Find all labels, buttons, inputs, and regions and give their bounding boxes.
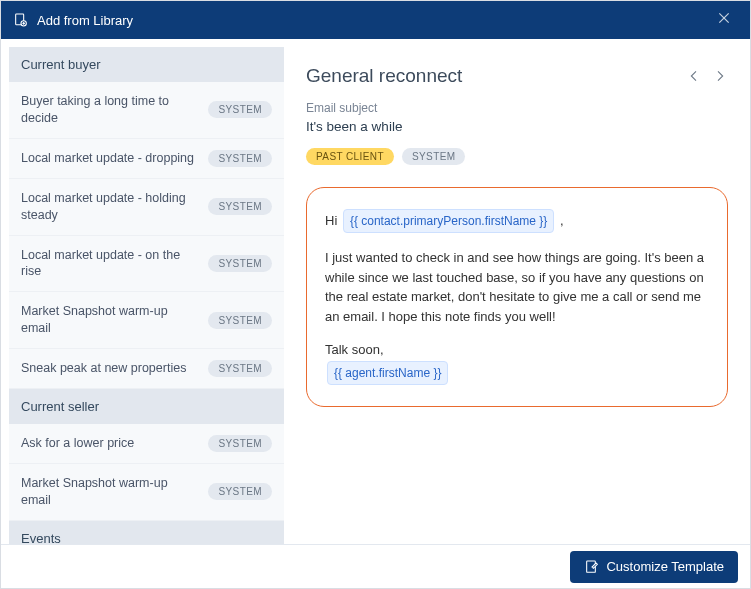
section-header[interactable]: Events xyxy=(9,521,284,544)
close-icon xyxy=(716,10,732,26)
subject-value: It's been a while xyxy=(306,119,728,134)
detail-title: General reconnect xyxy=(306,65,462,87)
list-item[interactable]: Buyer taking a long time to decideSYSTEM xyxy=(9,82,284,139)
list-item-label: Local market update - holding steady xyxy=(21,190,200,224)
system-badge: SYSTEM xyxy=(208,435,272,452)
list-item[interactable]: Local market update - droppingSYSTEM xyxy=(9,139,284,179)
system-badge: SYSTEM xyxy=(208,360,272,377)
list-item[interactable]: Ask for a lower priceSYSTEM xyxy=(9,424,284,464)
system-badge: SYSTEM xyxy=(208,101,272,118)
tag-badge: PAST CLIENT xyxy=(306,148,394,165)
list-item-label: Local market update - on the rise xyxy=(21,247,200,281)
customize-label: Customize Template xyxy=(606,559,724,574)
list-item[interactable]: Local market update - on the riseSYSTEM xyxy=(9,236,284,293)
list-item-label: Market Snapshot warm-up email xyxy=(21,303,200,337)
email-greeting: Hi {{ contact.primaryPerson.firstName }}… xyxy=(325,208,709,234)
detail-tags: PAST CLIENTSYSTEM xyxy=(306,148,728,165)
modal-body: Current buyerBuyer taking a long time to… xyxy=(1,39,750,544)
list-item-label: Buyer taking a long time to decide xyxy=(21,93,200,127)
list-item[interactable]: Local market update - holding steadySYST… xyxy=(9,179,284,236)
system-badge: SYSTEM xyxy=(208,255,272,272)
system-badge: SYSTEM xyxy=(208,198,272,215)
modal-header: Add from Library xyxy=(1,1,750,39)
subject-label: Email subject xyxy=(306,101,728,115)
merge-token-contact-first-name: {{ contact.primaryPerson.firstName }} xyxy=(343,209,554,233)
list-item[interactable]: Market Snapshot warm-up emailSYSTEM xyxy=(9,464,284,521)
section-header[interactable]: Current buyer xyxy=(9,47,284,82)
system-badge: SYSTEM xyxy=(208,483,272,500)
list-item-label: Local market update - dropping xyxy=(21,150,194,167)
template-detail: General reconnect Email subject It's bee… xyxy=(284,47,750,544)
system-badge: SYSTEM xyxy=(208,150,272,167)
modal-title: Add from Library xyxy=(37,13,133,28)
email-paragraph: I just wanted to check in and see how th… xyxy=(325,248,709,326)
prev-arrow-icon[interactable] xyxy=(686,68,702,84)
email-signoff: Talk soon, {{ agent.firstName }} xyxy=(325,340,709,386)
section-header[interactable]: Current seller xyxy=(9,389,284,424)
customize-icon xyxy=(584,559,600,575)
customize-template-button[interactable]: Customize Template xyxy=(570,551,738,583)
next-arrow-icon[interactable] xyxy=(712,68,728,84)
list-item[interactable]: Market Snapshot warm-up emailSYSTEM xyxy=(9,292,284,349)
library-modal: Add from Library Current buyerBuyer taki… xyxy=(0,0,751,589)
close-button[interactable] xyxy=(710,6,738,35)
email-preview: Hi {{ contact.primaryPerson.firstName }}… xyxy=(306,187,728,407)
modal-footer: Customize Template xyxy=(1,544,750,588)
library-icon xyxy=(13,12,29,28)
list-item[interactable]: Sneak peak at new propertiesSYSTEM xyxy=(9,349,284,389)
template-sidebar: Current buyerBuyer taking a long time to… xyxy=(9,47,284,544)
list-item-label: Market Snapshot warm-up email xyxy=(21,475,200,509)
list-item-label: Ask for a lower price xyxy=(21,435,134,452)
list-item-label: Sneak peak at new properties xyxy=(21,360,186,377)
system-badge: SYSTEM xyxy=(208,312,272,329)
tag-badge: SYSTEM xyxy=(402,148,466,165)
merge-token-agent-first-name: {{ agent.firstName }} xyxy=(327,361,448,385)
